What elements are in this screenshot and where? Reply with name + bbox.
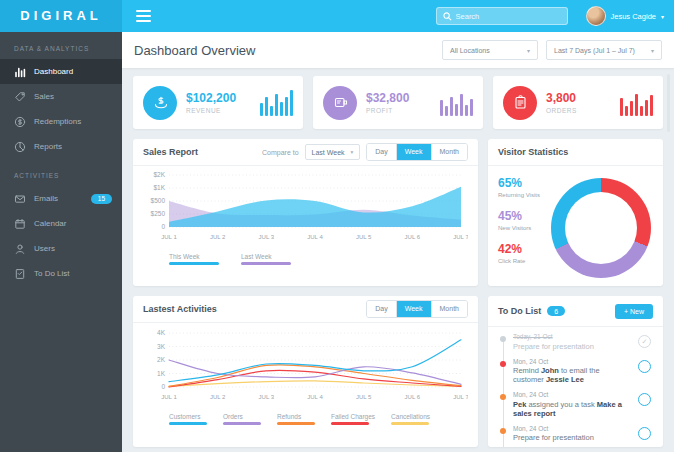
visitor-stats-column: 65%Returning Visits45%New Visitors42%Cli… — [498, 176, 550, 278]
y-tick-label: $250 — [151, 210, 166, 217]
sidebar-item-dashboard[interactable]: Dashboard — [0, 59, 122, 84]
x-tick-label: JUL 1 — [161, 394, 177, 400]
panel-title: Lastest Activities — [143, 304, 217, 314]
clipboard-icon — [512, 94, 529, 111]
sidebar-item-label: Calendar — [34, 219, 66, 228]
series-line-customers — [169, 340, 461, 382]
legend-item-customers: Customers — [169, 413, 207, 425]
sales-report-panel: Sales Report Compare to Last Week ▾ DayW… — [133, 139, 478, 286]
stat-card-orders: 3,800ORDERS — [493, 76, 663, 129]
sidebar-item-redemptions[interactable]: Redemptions — [0, 109, 122, 134]
activities-tab-day[interactable]: Day — [367, 301, 395, 317]
sparkline-bar — [650, 95, 653, 116]
new-todo-button[interactable]: + New — [615, 304, 653, 319]
compare-to-select[interactable]: Last Week ▾ — [305, 144, 361, 160]
legend-label: Customers — [169, 413, 207, 420]
activities-legend: CustomersOrdersRefundsFailed ChargesCanc… — [133, 410, 478, 425]
location-filter[interactable]: All Locations ▾ — [442, 40, 538, 60]
todo-checkbox[interactable] — [638, 427, 651, 440]
visitor-statistics-panel: Visitor Statistics 65%Returning Visits45… — [488, 139, 663, 286]
activities-range-tabs: DayWeekMonth — [366, 300, 468, 318]
todo-priority-dot — [500, 361, 506, 367]
visitor-stat-new-visitors: 45%New Visitors — [498, 209, 550, 231]
legend-swatch — [223, 422, 261, 425]
user-icon — [14, 243, 26, 255]
stat-icon-wrap — [143, 86, 177, 120]
todo-checkbox[interactable] — [638, 393, 651, 406]
sales-chart-area: $2K$1K$500$2500JUL 1JUL 2JUL 3JUL 4JUL 5… — [133, 166, 478, 250]
visitors-donut-chart — [551, 178, 651, 278]
location-filter-value: All Locations — [450, 47, 490, 54]
visitor-stat-value: 42% — [498, 242, 550, 256]
sparkline-bar — [270, 106, 273, 116]
search-box — [436, 7, 568, 25]
user-menu[interactable]: Jesus Cagide ▾ — [586, 6, 664, 26]
legend-swatch — [331, 422, 369, 425]
legend-item-refunds: Refunds — [277, 413, 315, 425]
todo-item-text: Remind John to email the customer Jessie… — [513, 366, 632, 384]
x-tick-label: JUL 3 — [259, 234, 275, 240]
y-tick-label: $500 — [151, 197, 166, 204]
sidebar-item-sales[interactable]: Sales — [0, 84, 122, 109]
stat-texts: 3,800ORDERS — [546, 91, 577, 114]
visitor-stat-click-rate: 42%Click Rate — [498, 242, 550, 264]
date-range-value: Last 7 Days (Jul 1 – Jul 7) — [554, 47, 635, 54]
date-range-filter[interactable]: Last 7 Days (Jul 1 – Jul 7) ▾ — [546, 40, 662, 60]
menu-icon[interactable] — [136, 7, 151, 25]
stat-texts: $32,800PROFIT — [366, 91, 409, 114]
activities-tab-month[interactable]: Month — [431, 301, 467, 317]
sidebar-item-to-do-list[interactable]: To Do List — [0, 261, 122, 286]
sidebar-item-reports[interactable]: Reports — [0, 134, 122, 159]
chevron-down-icon: ▾ — [351, 149, 354, 155]
todo-checkbox[interactable] — [638, 360, 651, 373]
todo-item-date: Mon, 24 Oct — [513, 358, 632, 365]
x-tick-label: JUL 2 — [210, 234, 226, 240]
todo-item-text: Prepare for presentation — [513, 433, 632, 442]
x-tick-label: JUL 7 — [453, 394, 468, 400]
latest-activities-panel: Lastest Activities DayWeekMonth 4K3K2K1K… — [133, 296, 478, 447]
page-title: Dashboard Overview — [134, 43, 255, 58]
sidebar-item-emails[interactable]: Emails15 — [0, 186, 122, 211]
stat-card-revenue: $102,200REVENUE — [133, 76, 303, 129]
sales-tab-week[interactable]: Week — [396, 144, 431, 160]
sparkline-bar — [445, 106, 448, 116]
activities-tab-week[interactable]: Week — [396, 301, 431, 317]
y-tick-label: 4K — [157, 329, 166, 336]
todo-item-body: Mon, 24 OctRemind John to email the cust… — [513, 358, 632, 385]
activities-chart-area: 4K3K2K1K0JUL 1JUL 2JUL 3JUL 4JUL 5JUL 6J… — [133, 323, 478, 410]
panel-title: Visitor Statistics — [498, 147, 568, 157]
sales-tab-month[interactable]: Month — [431, 144, 467, 160]
todo-item-date: Today, 21 Oct — [513, 333, 632, 340]
y-tick-label: $1K — [153, 184, 165, 191]
x-tick-label: JUL 4 — [307, 234, 323, 240]
todo-item-body: Mon, 24 OctPek assigned you a task Make … — [513, 391, 632, 418]
sidebar-item-calendar[interactable]: Calendar — [0, 211, 122, 236]
visitor-stat-label: Click Rate — [498, 258, 550, 264]
sales-tab-day[interactable]: Day — [367, 144, 395, 160]
sparkline-bar — [460, 94, 463, 116]
todo-checked-icon[interactable]: ✓ — [638, 335, 651, 348]
sparkline-bar — [465, 105, 468, 116]
sparkline-bar — [625, 106, 628, 116]
todo-item: Mon, 24 OctPek assigned you a task Make … — [498, 391, 651, 418]
search-input[interactable] — [456, 12, 561, 21]
y-tick-label: 3K — [157, 343, 166, 350]
x-tick-label: JUL 7 — [453, 234, 468, 240]
legend-item-orders: Orders — [223, 413, 261, 425]
envelope-icon — [14, 193, 26, 205]
todo-priority-dot — [500, 428, 506, 434]
todo-item: Today, 21 OctPrepare for presentation✓ — [498, 333, 651, 351]
sidebar: DATA & ANALYTICSDashboardSalesRedemption… — [0, 32, 122, 452]
sparkline-bar — [285, 97, 288, 116]
user-name: Jesus Cagide — [611, 12, 656, 21]
x-tick-label: JUL 6 — [405, 234, 421, 240]
donut-hole — [565, 192, 637, 264]
sparkline-bar — [470, 99, 473, 116]
sparkline-bar — [260, 103, 263, 116]
sparkline-bar — [450, 97, 453, 116]
sidebar-item-users[interactable]: Users — [0, 236, 122, 261]
sidebar-item-label: Redemptions — [34, 117, 81, 126]
page-header: Dashboard Overview All Locations ▾ Last … — [122, 32, 674, 68]
visitor-stat-value: 65% — [498, 176, 550, 190]
visitor-stat-label: New Visitors — [498, 225, 550, 231]
